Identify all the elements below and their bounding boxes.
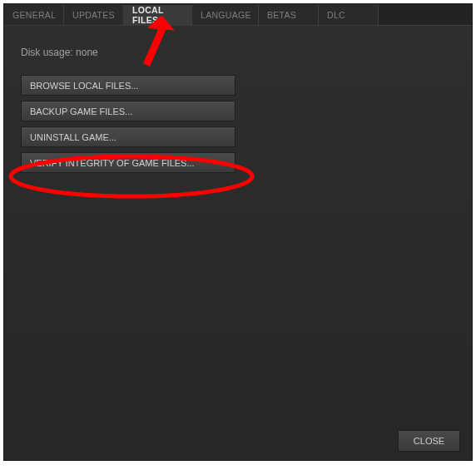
close-button[interactable]: CLOSE [398,430,460,452]
properties-window: GENERAL UPDATES LOCAL FILES LANGUAGE BET… [3,3,473,461]
tab-dlc[interactable]: DLC [319,4,379,25]
tab-betas[interactable]: BETAS [259,4,319,25]
backup-game-files-button[interactable]: BACKUP GAME FILES... [21,101,236,121]
dialog-footer: CLOSE [398,430,460,452]
uninstall-game-button[interactable]: UNINSTALL GAME... [21,126,236,147]
tab-local-files[interactable]: LOCAL FILES [124,5,192,26]
local-files-button-column: BROWSE LOCAL FILES... BACKUP GAME FILES.… [21,75,236,173]
disk-usage-value: none [76,47,98,58]
disk-usage-label: Disk usage: none [21,47,455,58]
tab-updates[interactable]: UPDATES [64,4,124,25]
tab-language[interactable]: LANGUAGE [192,4,259,25]
tab-bar: GENERAL UPDATES LOCAL FILES LANGUAGE BET… [4,4,472,26]
tab-general[interactable]: GENERAL [4,4,64,25]
tab-content-local-files: Disk usage: none BROWSE LOCAL FILES... B… [4,27,472,460]
disk-usage-text: Disk usage: [21,47,73,58]
verify-integrity-button[interactable]: VERIFY INTEGRITY OF GAME FILES... [21,152,236,173]
browse-local-files-button[interactable]: BROWSE LOCAL FILES... [21,75,236,96]
